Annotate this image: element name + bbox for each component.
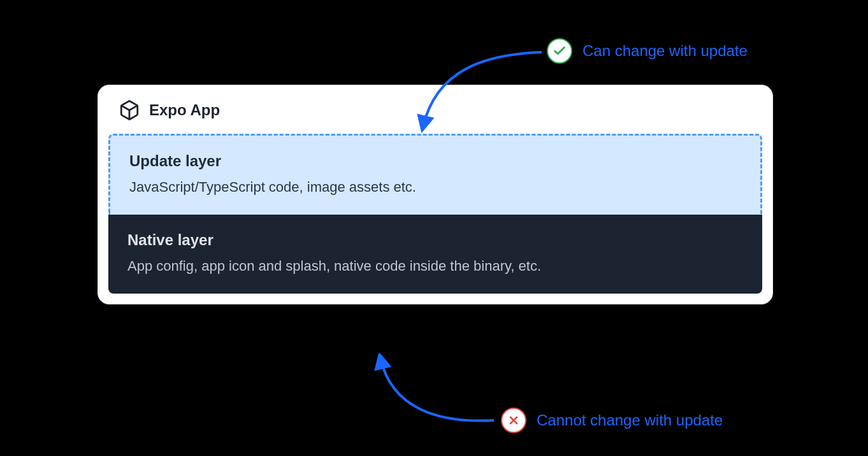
package-icon [119,99,140,121]
card-title: Expo App [149,101,220,119]
update-layer-title: Update layer [129,152,741,170]
x-icon [501,408,526,433]
arrow-to-native-layer [366,353,507,436]
annotation-can-change: Can change with update [547,38,748,64]
update-layer: Update layer JavaScript/TypeScript code,… [108,134,762,215]
annotation-cannot-change-label: Cannot change with update [537,411,723,429]
native-layer-title: Native layer [127,231,743,249]
expo-app-card: Expo App Update layer JavaScript/TypeScr… [98,85,773,304]
native-layer: Native layer App config, app icon and sp… [108,215,762,294]
native-layer-description: App config, app icon and splash, native … [127,258,743,274]
update-layer-description: JavaScript/TypeScript code, image assets… [129,179,741,196]
check-icon [547,38,572,64]
annotation-cannot-change: Cannot change with update [501,408,723,433]
card-header: Expo App [108,85,762,134]
annotation-can-change-label: Can change with update [582,42,748,60]
